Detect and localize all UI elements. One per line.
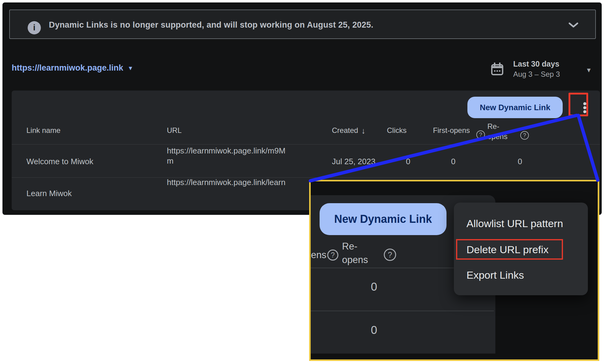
help-icon[interactable]: ? xyxy=(384,249,396,261)
column-header-created[interactable]: Created xyxy=(332,126,358,135)
divider xyxy=(12,177,600,178)
column-header-clicks: Clicks xyxy=(387,126,407,135)
date-range-label: Last 30 days xyxy=(513,60,559,68)
link-name-cell: Learn Miwok xyxy=(26,189,72,198)
divider xyxy=(12,144,600,145)
divider xyxy=(309,311,494,311)
banner-expand-button[interactable] xyxy=(569,22,578,29)
help-icon[interactable]: ? xyxy=(476,130,485,139)
new-dynamic-link-button-magnified[interactable]: New Dynamic Link xyxy=(320,203,447,235)
link-url-cell: https://learnmiwok.page.link/learn xyxy=(167,177,290,188)
url-prefix-value: https://learnmiwok.page.link xyxy=(12,63,123,73)
column-header-url: URL xyxy=(167,126,182,135)
overflow-menu: Allowlist URL pattern Delete URL prefix … xyxy=(454,203,588,295)
caret-down-icon: ▾ xyxy=(587,66,591,74)
annotation-red-box xyxy=(569,93,588,116)
menu-item-delete-url-prefix[interactable]: Delete URL prefix xyxy=(466,243,549,256)
menu-item-allowlist-url-pattern[interactable]: Allowlist URL pattern xyxy=(466,217,563,230)
re-opens-cell-magnified: 0 xyxy=(362,281,386,293)
help-icon[interactable]: ? xyxy=(327,250,338,261)
chevron-down-icon xyxy=(569,22,578,28)
first-opens-cell: 0 xyxy=(444,157,462,166)
link-url-cell: https://learnmiwok.page.link/m9Mm xyxy=(167,146,290,166)
link-name-cell: Welcome to Miwok xyxy=(26,157,93,166)
menu-item-export-links[interactable]: Export Links xyxy=(466,269,524,281)
sort-desc-icon: ↓ xyxy=(361,126,365,136)
date-range-selector[interactable]: Last 30 days Aug 3 – Sep 3 ▾ xyxy=(487,60,597,79)
calendar-icon xyxy=(490,62,505,77)
re-opens-cell: 0 xyxy=(511,157,529,166)
deprecation-message: Dynamic Links is no longer supported, an… xyxy=(49,10,373,40)
clicks-cell: 0 xyxy=(399,157,417,166)
url-prefix-dropdown[interactable]: https://learnmiwok.page.link ▾ xyxy=(12,63,132,73)
column-header-re-opens: Re-opens xyxy=(487,121,513,141)
new-dynamic-link-button[interactable]: New Dynamic Link xyxy=(467,97,563,118)
partial-first-opens-header: ens xyxy=(311,250,326,261)
re-opens-header-magnified: Re-opens xyxy=(342,240,373,267)
column-header-first-opens: First-opens xyxy=(433,126,470,135)
help-icon[interactable]: ? xyxy=(520,131,529,140)
re-opens-cell-magnified: 0 xyxy=(362,324,386,337)
deprecation-banner: i Dynamic Links is no longer supported, … xyxy=(9,10,596,39)
info-icon: i xyxy=(28,21,41,34)
screenshot-root: i Dynamic Links is no longer supported, … xyxy=(0,0,606,364)
date-range-dates: Aug 3 – Sep 3 xyxy=(513,70,560,79)
created-cell: Jul 25, 2023 xyxy=(332,157,376,166)
column-header-link-name: Link name xyxy=(26,126,61,135)
caret-down-icon: ▾ xyxy=(129,65,132,72)
magnified-callout: New Dynamic Link ens ? Re-opens ? 0 0 Al… xyxy=(309,180,599,361)
